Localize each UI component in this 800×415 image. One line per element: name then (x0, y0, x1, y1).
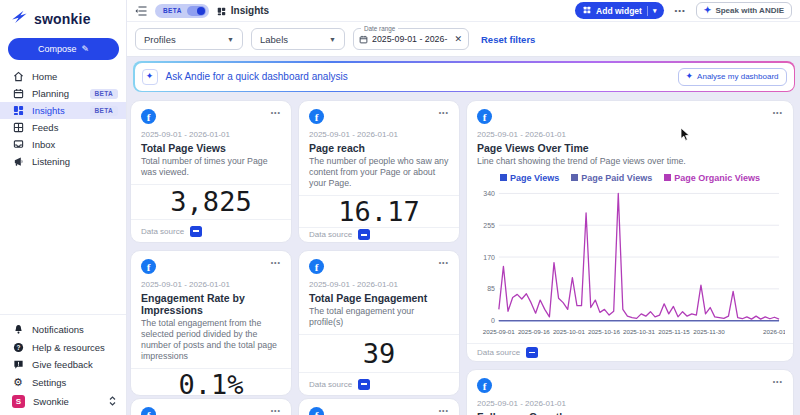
chart-plot-area[interactable]: 0851702553402025-09-012025-09-162025-10-… (475, 185, 785, 343)
card-total-page-views: f ••• 2025-09-01 - 2026-01-01 Total Page… (130, 100, 292, 243)
sidebar-item-label: Feeds (32, 122, 118, 133)
speak-with-andie-label: Speak with ANDIE (715, 6, 784, 15)
legend-label: Page Paid Views (581, 173, 652, 183)
line-chart: Page ViewsPage Paid ViewsPage Organic Vi… (467, 169, 793, 343)
sidebar-item-feedback[interactable]: Give feedback (0, 356, 126, 374)
data-source-label: Data source (477, 348, 520, 357)
date-range-label: Date range (361, 25, 398, 32)
beta-badge: BETA (90, 89, 118, 99)
date-range-field[interactable]: Date range 2025-09-01 - 2026- ✕ (353, 28, 469, 50)
card-description: The number of people who saw any content… (309, 156, 449, 189)
card-menu-button[interactable]: ••• (439, 259, 449, 266)
gear-icon: ⚙ (12, 377, 24, 388)
card-total-page-engagement: f ••• 2025-09-01 - 2026-01-01 Total Page… (298, 250, 460, 396)
account-switcher[interactable]: S Swonkie (0, 391, 126, 411)
topbar: BETA Insights Add widget ▾ ••• ✦ Speak w… (127, 0, 800, 22)
svg-text:2025-10-31: 2025-10-31 (623, 328, 655, 335)
legend-item[interactable]: Page Paid Views (571, 173, 652, 183)
sidebar-item-home[interactable]: Home (0, 68, 126, 85)
data-source-label: Data source (309, 380, 352, 389)
home-icon (12, 71, 24, 82)
card-date-range: 2025-09-01 - 2026-01-01 (309, 130, 449, 139)
sidebar-item-notifications[interactable]: Notifications (0, 321, 126, 339)
andie-banner: ✦ Ask Andie for a quick dashboard analys… (133, 61, 795, 92)
calendar-icon (359, 30, 368, 48)
svg-text:2025-11-15: 2025-11-15 (658, 328, 690, 335)
facebook-icon: f (141, 109, 156, 124)
add-widget-button[interactable]: Add widget ▾ (575, 2, 664, 19)
card-page-reach: f ••• 2025-09-01 - 2026-01-01 Page reach… (298, 100, 460, 243)
data-source-label: Data source (309, 230, 352, 239)
card-menu-button[interactable]: ••• (271, 109, 281, 116)
legend-label: Page Organic Views (674, 173, 760, 183)
compose-button[interactable]: Compose ✎ (8, 38, 119, 60)
card-title: Engagement Rate by Impressions (141, 292, 281, 316)
legend-item[interactable]: Page Views (500, 173, 559, 183)
facebook-icon: f (309, 109, 324, 124)
card-description: The total engagement from the selected p… (141, 318, 281, 362)
svg-text:2025-10-01: 2025-10-01 (553, 328, 585, 335)
card-date-range: 2025-09-01 - 2026-01-01 (477, 130, 783, 139)
card-date-range: 2025-09-01 - 2026-01-01 (141, 280, 281, 289)
megaphone-icon (12, 156, 24, 167)
speak-with-andie-button[interactable]: ✦ Speak with ANDIE (696, 2, 792, 19)
logo-text: swonkie (34, 11, 91, 27)
card-description: The total engagement your profile(s) (309, 306, 449, 328)
card-followers-growth: f ••• 2025-09-01 - 2026-01-01 Followers … (466, 369, 794, 415)
sidebar-item-settings[interactable]: ⚙ Settings (0, 374, 126, 392)
widget-grid-icon (583, 6, 591, 16)
date-range-value: 2025-09-01 - 2026- (372, 34, 449, 44)
sidebar-item-feeds[interactable]: Feeds (0, 119, 126, 136)
data-source-chip-icon (358, 379, 370, 390)
profiles-select[interactable]: Profiles ▼ (135, 28, 243, 50)
card-title: Page Views Over Time (477, 142, 783, 154)
reset-filters-link[interactable]: Reset filters (481, 34, 535, 45)
card-description: Total number of times your Page was view… (141, 156, 281, 178)
sidebar-item-insights[interactable]: Insights BETA (0, 102, 126, 119)
metric-value: 16.17 (338, 196, 419, 227)
logo: swonkie (0, 0, 126, 33)
sidebar-item-label: Give feedback (32, 359, 118, 370)
sidebar-item-label: Insights (32, 105, 82, 116)
card-description: Line chart showing the trend of Page vie… (477, 156, 783, 167)
unfold-chevrons-icon (109, 392, 116, 410)
data-source-chip-icon (190, 226, 202, 237)
card-menu-button[interactable]: ••• (773, 109, 783, 116)
card-menu-button[interactable]: ••• (773, 378, 783, 385)
sidebar-item-listening[interactable]: Listening (0, 153, 126, 170)
card-menu-button[interactable]: ••• (271, 407, 281, 414)
swonkie-bolt-icon (10, 9, 28, 29)
sparkle-icon: ✦ (686, 72, 694, 81)
facebook-icon: f (309, 259, 324, 274)
card-date-range: 2025-09-01 - 2026-01-01 (141, 130, 281, 139)
card-menu-button[interactable]: ••• (271, 259, 281, 266)
feeds-icon (12, 122, 24, 133)
card-title: Total Page Engagement (309, 292, 449, 304)
sidebar-item-planning[interactable]: Planning BETA (0, 85, 126, 102)
labels-select[interactable]: Labels ▼ (251, 28, 345, 50)
topbar-more-button[interactable]: ••• (674, 6, 685, 15)
pencil-icon: ✎ (81, 44, 89, 54)
svg-text:340: 340 (483, 190, 495, 197)
card-menu-button[interactable]: ••• (439, 109, 449, 116)
svg-text:170: 170 (483, 254, 495, 261)
chevron-down-icon: ▼ (329, 36, 336, 43)
beta-mode-toggle[interactable]: BETA (155, 4, 209, 18)
card-menu-button[interactable]: ••• (439, 407, 449, 414)
card-title: Followers Growth (477, 411, 783, 415)
sidebar-item-label: Help & resources (32, 342, 118, 353)
clear-date-icon[interactable]: ✕ (453, 34, 463, 44)
labels-select-label: Labels (260, 34, 288, 45)
sidebar-item-help[interactable]: ? Help & resources (0, 339, 126, 357)
collapse-sidebar-icon[interactable] (135, 6, 147, 16)
svg-text:255: 255 (483, 222, 495, 229)
facebook-icon: f (309, 407, 324, 415)
legend-item[interactable]: Page Organic Views (664, 173, 760, 183)
bell-icon (12, 324, 24, 335)
analyse-dashboard-button[interactable]: ✦ Analyse my dashboard (678, 68, 787, 86)
svg-text:0: 0 (491, 317, 495, 324)
sidebar-item-label: Settings (32, 377, 118, 388)
sidebar-item-inbox[interactable]: Inbox (0, 136, 126, 153)
legend-swatch (571, 174, 578, 181)
data-source-label: Data source (141, 227, 184, 236)
